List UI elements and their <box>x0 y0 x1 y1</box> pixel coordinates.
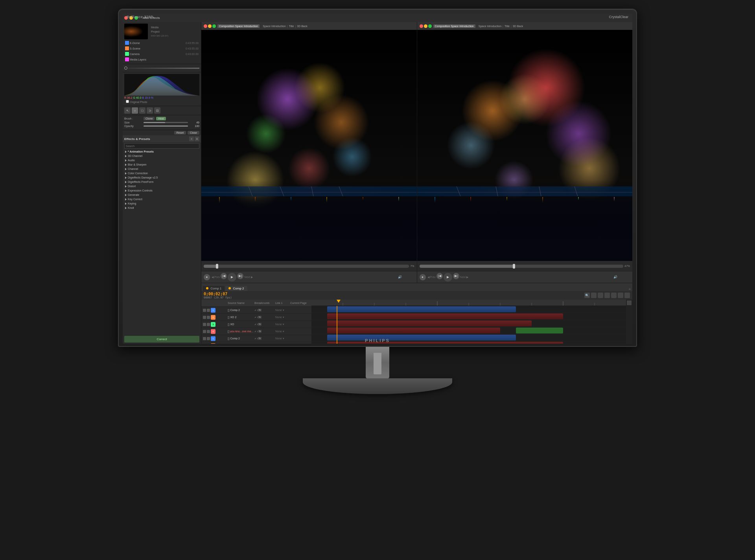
step-back-right[interactable]: |◀ <box>436 273 443 279</box>
right-scrubber-handle[interactable] <box>513 264 515 269</box>
effects-item[interactable]: Color Correction <box>123 171 201 175</box>
tl-btn-1[interactable] <box>591 293 597 298</box>
tool-lasso[interactable]: ⊃ <box>147 107 153 114</box>
tl-btn-3[interactable] <box>604 293 610 298</box>
effects-item[interactable]: Digieffects FreeForm <box>123 180 201 184</box>
timeline-mini-right[interactable] <box>471 276 610 278</box>
heal-button[interactable]: Heal <box>156 117 166 120</box>
clip-4-2[interactable] <box>516 328 563 333</box>
volume-slider[interactable] <box>128 68 199 69</box>
effects-item[interactable]: Blur & Sharpen <box>123 162 201 167</box>
size-slider[interactable] <box>144 122 188 123</box>
layer-row[interactable]: Media Layers <box>124 57 199 62</box>
original-photo-checkbox[interactable] <box>126 100 129 103</box>
tab-space-intro-left[interactable]: Space Introduction <box>263 25 285 28</box>
correct-button[interactable]: Correct <box>124 336 199 343</box>
tab-comp2[interactable]: Comp 2 <box>225 286 247 291</box>
track-fx-btn-1[interactable]: fx <box>258 309 261 311</box>
track-fx-btn-5[interactable]: fx <box>258 337 261 340</box>
vis-toggle[interactable] <box>203 337 206 340</box>
effects-item[interactable]: Distort <box>123 184 201 188</box>
effects-item[interactable]: Expression Controls <box>123 188 201 193</box>
max-btn-right[interactable] <box>428 24 432 28</box>
clip-3-1[interactable] <box>327 321 532 326</box>
timeline-lock-btn[interactable] <box>627 300 632 305</box>
vis-toggle[interactable] <box>203 323 206 326</box>
record-btn-right[interactable]: ● <box>420 274 426 280</box>
vis-toggle[interactable] <box>203 309 206 312</box>
clip-4-1[interactable] <box>327 328 500 333</box>
tl-btn-6[interactable] <box>624 293 630 298</box>
lock-toggle[interactable] <box>207 316 210 319</box>
tool-rect[interactable]: □ <box>139 107 145 114</box>
step-fwd-right[interactable]: ▶| <box>453 273 459 279</box>
timeline-mini-left[interactable] <box>255 276 395 278</box>
track-fx-btn-4[interactable]: fx <box>258 330 262 333</box>
vis-toggle[interactable] <box>203 330 206 333</box>
vis-toggle[interactable] <box>203 316 206 319</box>
effects-item[interactable]: * Animation Presets <box>123 149 201 154</box>
close-btn-right[interactable] <box>420 24 423 28</box>
effects-menu-icon[interactable]: ≡ <box>195 136 199 141</box>
step-fwd-left[interactable]: ▶| <box>237 273 243 279</box>
layer-row[interactable]: Camera 0:43:00.00 <box>124 51 199 57</box>
lock-toggle[interactable] <box>207 323 210 326</box>
effects-item[interactable]: 3D Channel <box>123 154 201 158</box>
tl-btn-4[interactable] <box>611 293 617 298</box>
play-btn-right[interactable]: ▶ <box>444 273 452 282</box>
reset-button[interactable]: Reset <box>174 131 186 134</box>
lock-toggle[interactable] <box>207 330 210 333</box>
tl-search-btn[interactable]: 🔍 <box>584 293 590 298</box>
track-fx-btn-2[interactable]: fx <box>258 316 261 319</box>
step-back-left[interactable]: |◀ <box>221 273 227 279</box>
min-btn-left[interactable] <box>208 24 212 28</box>
clone-button[interactable]: Clone <box>144 117 155 120</box>
effects-item[interactable]: Keying <box>123 201 201 206</box>
volume-icon-left[interactable]: 🔊 <box>398 275 402 279</box>
effects-item[interactable]: Knoll <box>123 206 201 210</box>
effects-expand-icon[interactable]: + <box>189 136 194 141</box>
timecode-main[interactable]: 0;00;02;07 <box>204 292 232 296</box>
volume-bar-left[interactable] <box>403 276 414 278</box>
layer-row[interactable]: S-Scene 0:43:55.00 <box>124 46 199 51</box>
tab-title-right[interactable]: Title <box>505 25 510 28</box>
tab-title-left[interactable]: Title <box>289 25 294 28</box>
clip-6-1[interactable] <box>327 342 563 344</box>
tool-circle[interactable]: ○ <box>132 107 138 114</box>
effects-item[interactable]: Channel <box>123 167 201 171</box>
opacity-slider[interactable] <box>144 125 188 127</box>
tool-arrow[interactable]: ↖ <box>124 107 131 114</box>
effects-item[interactable]: Key Correct <box>123 197 201 201</box>
clip-5-1[interactable] <box>327 335 516 341</box>
layer-row[interactable]: E-Dome 0:43:55.00 <box>124 40 199 46</box>
left-scrubber-handle[interactable] <box>216 264 218 269</box>
timeline-menu-icon[interactable]: ≡ <box>629 287 631 291</box>
tool-crop[interactable]: ⊡ <box>154 107 160 114</box>
left-scrubber-bar[interactable] <box>204 265 409 268</box>
play-btn-left[interactable]: ▶ <box>228 273 236 282</box>
volume-bar-right[interactable] <box>618 276 630 278</box>
record-btn-left[interactable]: ● <box>204 274 210 280</box>
min-btn-right[interactable] <box>424 24 427 28</box>
effects-search-input[interactable] <box>124 143 199 149</box>
clip-1-1[interactable] <box>327 306 516 312</box>
close-button-panel[interactable]: Close <box>188 131 199 134</box>
audio-knob[interactable] <box>124 66 127 70</box>
right-scrubber-bar[interactable] <box>420 265 623 268</box>
tab-space-intro-right[interactable]: Space Introduction <box>479 25 501 28</box>
effects-item[interactable]: Audio <box>123 158 201 162</box>
track-fx-btn-3[interactable]: fx <box>258 323 261 326</box>
tab-3dback-left[interactable]: 3D Back <box>297 25 307 28</box>
clip-2-1[interactable] <box>327 313 563 319</box>
max-btn-left[interactable] <box>212 24 216 28</box>
close-btn-left[interactable] <box>204 24 207 28</box>
tl-btn-5[interactable] <box>618 293 623 298</box>
effects-item[interactable]: Digieffects Damage v2.5 <box>123 175 201 180</box>
lock-toggle[interactable] <box>207 337 210 340</box>
volume-icon-right[interactable]: 🔊 <box>613 275 617 279</box>
tab-3dback-right[interactable]: 3D Back <box>513 25 523 28</box>
tl-btn-2[interactable] <box>598 293 603 298</box>
lock-toggle[interactable] <box>207 309 210 312</box>
tab-comp1[interactable]: Comp 1 <box>203 286 225 291</box>
effects-item[interactable]: Generate <box>123 193 201 197</box>
